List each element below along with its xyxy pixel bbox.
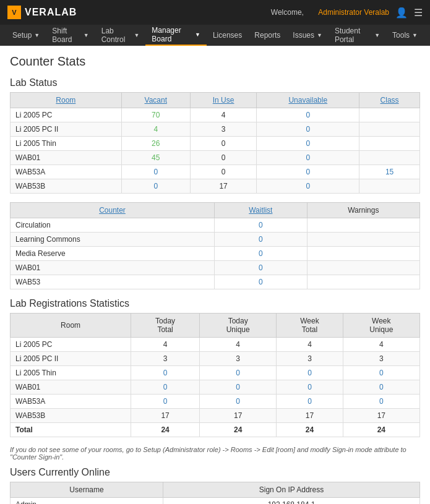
table-row: Li 2005 PC xyxy=(11,338,131,352)
table-row: Li 2005 PC II xyxy=(11,352,131,366)
page-title: Counter Stats xyxy=(10,54,420,69)
table-row: 0 xyxy=(343,395,419,409)
table-row: Media Reserve xyxy=(11,247,215,261)
users-online-title: Users Currently Online xyxy=(10,467,420,478)
table-row: 17 xyxy=(199,409,276,423)
table-row xyxy=(359,108,420,122)
table-row: 0 xyxy=(190,151,257,165)
table-row: 15 xyxy=(359,165,420,179)
table-row: 26 xyxy=(121,137,190,151)
table-row: 0 xyxy=(343,380,419,395)
nav-labcontrol[interactable]: Lab Control ▼ xyxy=(95,25,146,46)
table-row: 0 xyxy=(199,380,276,395)
table-row: 4 xyxy=(190,108,257,122)
logo-text: VERALAB xyxy=(25,7,77,18)
table-row: 0 xyxy=(257,151,359,165)
table-row: 17 xyxy=(277,409,343,423)
table-row: 0 xyxy=(214,275,307,289)
table-row: WAB01 xyxy=(11,380,131,395)
table-row: 3 xyxy=(131,352,200,366)
header-right: Welcome, Administrator Veralab 👤 ☰ xyxy=(271,7,423,19)
table-row: 4 xyxy=(131,338,200,352)
table-row: WAB53B xyxy=(11,179,122,194)
col-today-unique: TodayUnique xyxy=(199,314,276,338)
table-row: 24 xyxy=(277,423,343,437)
table-row: 0 xyxy=(190,165,257,179)
col-counter: Counter xyxy=(11,203,215,218)
col-class: Class xyxy=(359,93,420,108)
welcome-text: Welcome, xyxy=(271,8,304,17)
table-row: 0 xyxy=(257,122,359,137)
table-row xyxy=(307,275,419,289)
table-row: 3 xyxy=(343,352,419,366)
table-row: 0 xyxy=(277,380,343,395)
table-row: 4 xyxy=(343,338,419,352)
table-row: 0 xyxy=(214,218,307,233)
table-row: 24 xyxy=(343,423,419,437)
nav-shiftboard[interactable]: Shift Board ▼ xyxy=(46,25,95,46)
logo: V VERALAB xyxy=(7,6,77,19)
nav-bar: Setup ▼ Shift Board ▼ Lab Control ▼ Mana… xyxy=(0,25,430,46)
table-row: 0 xyxy=(257,108,359,122)
table-row: 0 xyxy=(277,395,343,409)
table-row: Li 2005 PC II xyxy=(11,122,122,137)
col-waitlist: Waitlist xyxy=(214,203,307,218)
table-row xyxy=(359,179,420,194)
col-room: Room xyxy=(11,93,122,108)
col-vacant: Vacant xyxy=(121,93,190,108)
user-icon[interactable]: 👤 xyxy=(395,7,408,19)
table-row: WAB01 xyxy=(11,261,215,275)
col-reg-room: Room xyxy=(11,314,131,338)
table-row: 3 xyxy=(190,122,257,137)
nav-studentportal[interactable]: Student Portal ▼ xyxy=(329,25,386,46)
table-row: 0 xyxy=(257,137,359,151)
table-row: Admin xyxy=(11,498,163,505)
lab-reg-title: Lab Registrations Statistics xyxy=(10,298,420,309)
table-row: 0 xyxy=(131,366,200,380)
col-ip: Sign On IP Address xyxy=(163,482,420,498)
table-row: 24 xyxy=(131,423,200,437)
table-row: 24 xyxy=(199,423,276,437)
table-row xyxy=(359,151,420,165)
menu-icon[interactable]: ☰ xyxy=(414,7,423,19)
table-row: 3 xyxy=(277,352,343,366)
table-row: 0 xyxy=(190,137,257,151)
table-row: 0 xyxy=(131,395,200,409)
nav-setup[interactable]: Setup ▼ xyxy=(6,25,46,46)
table-row: WAB53A xyxy=(11,165,122,179)
table-row: 0 xyxy=(257,165,359,179)
table-row: 0 xyxy=(277,366,343,380)
table-row: 3 xyxy=(199,352,276,366)
table-row: 0 xyxy=(214,233,307,247)
table-row: WAB53A xyxy=(11,395,131,409)
nav-issues[interactable]: Issues ▼ xyxy=(286,25,329,46)
nav-licenses[interactable]: Licenses xyxy=(207,25,248,46)
col-unavailable: Unavailable xyxy=(257,93,359,108)
table-row: 4 xyxy=(199,338,276,352)
nav-tools[interactable]: Tools ▼ xyxy=(386,25,424,46)
table-row: Circulation xyxy=(11,218,215,233)
users-online-table: Username Sign On IP Address Admin 192.16… xyxy=(10,482,420,504)
table-row: 4 xyxy=(277,338,343,352)
counter-status-table: Counter Waitlist Warnings Circulation 0 … xyxy=(10,202,420,289)
table-row: 0 xyxy=(199,366,276,380)
table-row: 70 xyxy=(121,108,190,122)
table-row: 0 xyxy=(257,179,359,194)
table-row: 0 xyxy=(121,179,190,194)
table-row: 4 xyxy=(121,122,190,137)
nav-reports[interactable]: Reports xyxy=(248,25,286,46)
table-row xyxy=(307,247,419,261)
nav-managerboard[interactable]: Manager Board ▼ xyxy=(145,25,207,46)
main-content: Counter Stats Lab Status Room Vacant In … xyxy=(0,46,430,504)
table-row: 17 xyxy=(131,409,200,423)
table-row: 0 xyxy=(121,165,190,179)
table-row: 0 xyxy=(131,380,200,395)
table-row: 0 xyxy=(343,366,419,380)
col-week-total: WeekTotal xyxy=(277,314,343,338)
table-row: WAB53 xyxy=(11,275,215,289)
table-row: 45 xyxy=(121,151,190,165)
table-row: 0 xyxy=(199,395,276,409)
lab-status-table: Room Vacant In Use Unavailable Class Li … xyxy=(10,92,420,194)
table-row xyxy=(307,261,419,275)
col-week-unique: WeekUnique xyxy=(343,314,419,338)
